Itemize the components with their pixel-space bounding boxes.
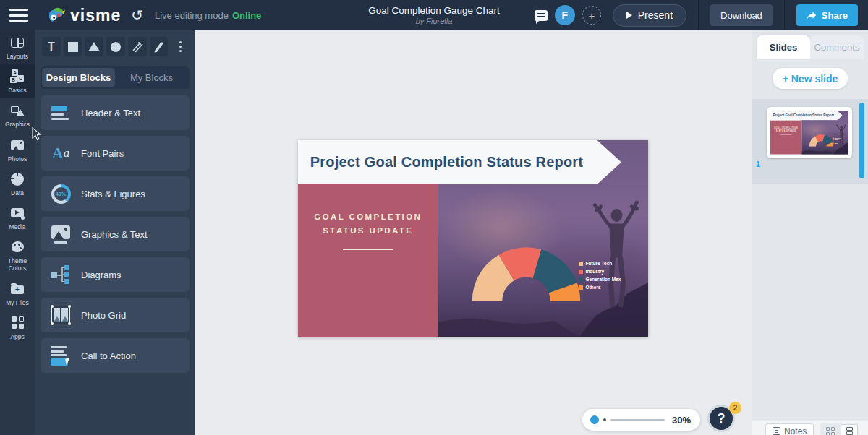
notes-button[interactable]: Notes <box>765 423 814 435</box>
triangle-tool-button[interactable] <box>85 37 103 56</box>
goal-status-block[interactable]: GOAL COMPLETION STATUS UPDATE <box>298 184 438 337</box>
basics-icon: A B C <box>10 69 25 84</box>
play-icon <box>626 12 632 19</box>
pen-tool-button[interactable] <box>150 37 169 56</box>
user-avatar[interactable]: F <box>555 5 575 25</box>
zoom-control[interactable]: 30% <box>582 409 700 431</box>
editing-mode-label: Live editing mode <box>155 10 229 21</box>
present-label: Present <box>638 9 673 21</box>
gauge-chart[interactable] <box>809 134 833 147</box>
slide-title-banner[interactable]: Project Goal Completion Status Report <box>298 140 621 184</box>
block-graphics-text[interactable]: Graphics & Text <box>41 217 190 251</box>
tab-my-blocks[interactable]: My Blocks <box>115 68 188 87</box>
slide[interactable]: Mobile Industry Market Share Future Tech… <box>770 111 848 155</box>
line-arrow-icon <box>131 40 144 53</box>
sidebar-item-data[interactable]: Data <box>0 167 35 201</box>
sidebar-item-graphics[interactable]: Graphics <box>0 98 35 132</box>
sidebar-item-my-files[interactable]: My Files <box>0 277 35 311</box>
circle-tool-button[interactable] <box>106 37 125 56</box>
block-call-to-action[interactable]: Call to Action <box>41 338 190 373</box>
design-blocks-list: Header & Text Aa Font Pairs 40% Stats & … <box>35 89 195 379</box>
legend-item: Industry <box>833 139 842 141</box>
layouts-icon <box>10 35 25 50</box>
tab-design-blocks[interactable]: Design Blocks <box>42 68 115 87</box>
text-tool-button[interactable]: T <box>42 37 61 56</box>
zoom-slider-track[interactable] <box>610 419 665 421</box>
more-tools-button[interactable] <box>171 37 190 56</box>
right-tab-bar: Slides Comments <box>752 30 868 59</box>
list-view-toggle[interactable] <box>841 424 858 435</box>
tab-slides[interactable]: Slides <box>757 35 810 59</box>
vertical-dots-icon <box>179 46 182 48</box>
square-icon <box>68 42 78 52</box>
media-icon <box>10 206 25 220</box>
add-collaborator-button[interactable]: + <box>582 6 601 25</box>
legend-label: Industry <box>586 269 605 274</box>
goal-status-block[interactable]: GOAL COMPLETION STATUS UPDATE <box>770 121 801 155</box>
block-photo-grid[interactable]: Photo Grid <box>41 298 190 332</box>
download-button[interactable]: Download <box>710 4 773 26</box>
visme-logo-text: visme <box>70 6 121 25</box>
divider <box>698 0 699 30</box>
tab-comments[interactable]: Comments <box>810 35 864 59</box>
line-tool-button[interactable] <box>128 37 147 56</box>
pen-icon <box>153 40 165 53</box>
zoom-slider-handle[interactable] <box>590 415 599 424</box>
sidebar-item-media[interactable]: Media <box>0 201 35 235</box>
goal-status-heading[interactable]: GOAL COMPLETION STATUS UPDATE <box>773 126 799 132</box>
goal-status-heading[interactable]: GOAL COMPLETION STATUS UPDATE <box>308 210 428 238</box>
sidebar-item-basics[interactable]: A B C Basics <box>0 64 35 98</box>
comments-icon[interactable] <box>535 10 548 21</box>
stats-figures-icon: 40% <box>41 184 81 204</box>
grid-view-toggle[interactable] <box>822 424 839 435</box>
block-font-pairs[interactable]: Aa Font Pairs <box>41 136 190 171</box>
document-title: Goal Completion Gauge Chart <box>368 5 500 16</box>
graphics-icon <box>10 103 25 118</box>
sidebar-item-apps[interactable]: Apps <box>0 311 35 345</box>
visme-logo[interactable]: visme <box>47 6 121 25</box>
slide[interactable]: Mobile Industry Market Share Future Tech… <box>298 140 648 337</box>
slide-title[interactable]: Project Goal Completion Status Report <box>773 113 840 117</box>
present-button[interactable]: Present <box>613 4 686 27</box>
new-slide-button[interactable]: + New slide <box>773 68 848 89</box>
undo-icon[interactable]: ↺ <box>131 8 143 22</box>
slide-thumbnail[interactable]: Mobile Industry Market Share Future Tech… <box>767 107 852 158</box>
header-text-icon <box>41 106 81 120</box>
my-files-folder-icon <box>10 282 25 296</box>
legend-swatch <box>579 270 583 274</box>
sidebar-item-layouts[interactable]: Layouts <box>0 30 35 64</box>
document-author: by Fiorella <box>416 17 453 25</box>
download-label: Download <box>720 10 762 21</box>
legend-label: Others <box>586 285 601 290</box>
share-arrow-icon <box>807 11 817 20</box>
legend-swatch <box>833 137 833 138</box>
panel-bottom-bar: Notes <box>752 421 868 435</box>
hamburger-menu-icon[interactable] <box>9 9 28 22</box>
legend-item: Future Tech <box>833 137 842 139</box>
sidebar-item-photos[interactable]: Photos <box>0 133 35 167</box>
thumbnail-scrollbar[interactable] <box>859 103 864 178</box>
block-stats-figures[interactable]: 40% Stats & Figures <box>41 176 190 211</box>
apps-icon <box>10 316 25 330</box>
square-tool-button[interactable] <box>64 37 82 56</box>
slide-thumbnail-mini: Mobile Industry Market Share Future Tech… <box>770 111 848 155</box>
legend-swatch <box>579 262 583 266</box>
call-to-action-icon <box>41 346 81 365</box>
notes-icon <box>773 427 780 435</box>
block-diagrams[interactable]: Diagrams <box>41 257 190 292</box>
gauge-chart[interactable] <box>472 247 581 301</box>
slide-title-banner[interactable]: Project Goal Completion Status Report <box>770 111 843 121</box>
legend-label: Generation Max <box>586 277 621 282</box>
chart-legend: Future TechIndustryGeneration MaxOthers <box>579 261 621 290</box>
legend-swatch <box>579 285 583 290</box>
block-header-text[interactable]: Header & Text <box>41 95 190 130</box>
legend-label: Future Tech <box>835 137 841 139</box>
graphics-text-icon <box>41 225 81 244</box>
sidebar-item-theme-colors[interactable]: Theme Colors <box>0 235 35 276</box>
legend-label: Others <box>835 143 838 145</box>
notes-label: Notes <box>784 426 807 435</box>
share-button[interactable]: Share <box>796 4 858 26</box>
editor-canvas[interactable]: Mobile Industry Market Share Future Tech… <box>195 30 752 435</box>
slide-title[interactable]: Project Goal Completion Status Report <box>310 154 609 171</box>
font-pairs-icon: Aa <box>41 144 81 163</box>
